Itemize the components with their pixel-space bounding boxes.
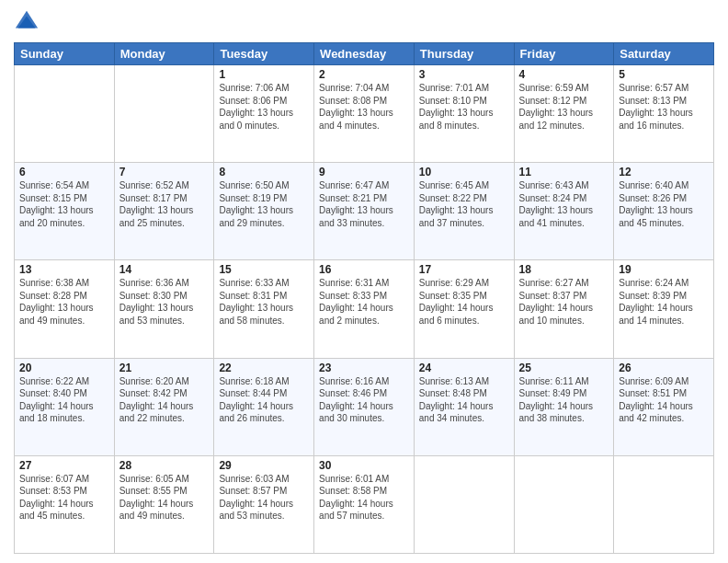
day-info: Sunrise: 6:11 AM Sunset: 8:49 PM Dayligh… (519, 375, 609, 425)
day-number: 30 (319, 459, 409, 472)
day-number: 7 (119, 166, 210, 178)
calendar-cell (15, 65, 115, 163)
calendar-cell: 4Sunrise: 6:59 AM Sunset: 8:12 PM Daylig… (514, 65, 614, 163)
day-info: Sunrise: 6:13 AM Sunset: 8:48 PM Dayligh… (419, 375, 509, 425)
logo-icon (14, 9, 40, 35)
calendar-header-thursday: Thursday (414, 43, 514, 65)
calendar-week-row: 13Sunrise: 6:38 AM Sunset: 8:28 PM Dayli… (15, 260, 714, 358)
calendar-cell: 11Sunrise: 6:43 AM Sunset: 8:24 PM Dayli… (514, 163, 614, 260)
calendar-cell: 15Sunrise: 6:33 AM Sunset: 8:31 PM Dayli… (214, 260, 314, 358)
day-number: 20 (19, 362, 109, 374)
day-number: 8 (219, 166, 309, 178)
calendar-cell: 2Sunrise: 7:04 AM Sunset: 8:08 PM Daylig… (314, 65, 415, 163)
calendar-cell: 25Sunrise: 6:11 AM Sunset: 8:49 PM Dayli… (514, 358, 614, 455)
calendar-cell: 24Sunrise: 6:13 AM Sunset: 8:48 PM Dayli… (414, 358, 514, 455)
day-info: Sunrise: 6:31 AM Sunset: 8:33 PM Dayligh… (319, 277, 409, 327)
day-info: Sunrise: 6:27 AM Sunset: 8:37 PM Dayligh… (519, 277, 609, 327)
day-info: Sunrise: 7:04 AM Sunset: 8:08 PM Dayligh… (319, 82, 409, 132)
calendar-cell: 16Sunrise: 6:31 AM Sunset: 8:33 PM Dayli… (314, 260, 415, 358)
day-number: 10 (419, 166, 509, 178)
day-number: 24 (419, 362, 509, 374)
day-info: Sunrise: 6:24 AM Sunset: 8:39 PM Dayligh… (619, 277, 709, 327)
day-info: Sunrise: 6:47 AM Sunset: 8:21 PM Dayligh… (319, 179, 409, 229)
day-number: 9 (319, 166, 409, 178)
day-info: Sunrise: 6:36 AM Sunset: 8:30 PM Dayligh… (119, 277, 210, 327)
day-info: Sunrise: 6:33 AM Sunset: 8:31 PM Dayligh… (219, 277, 309, 327)
calendar-header-monday: Monday (114, 43, 214, 65)
day-number: 1 (219, 68, 309, 81)
calendar-cell: 5Sunrise: 6:57 AM Sunset: 8:13 PM Daylig… (614, 65, 714, 163)
calendar-header-tuesday: Tuesday (214, 43, 314, 65)
day-info: Sunrise: 6:09 AM Sunset: 8:51 PM Dayligh… (619, 375, 709, 425)
day-number: 17 (419, 263, 509, 276)
calendar-cell: 29Sunrise: 6:03 AM Sunset: 8:57 PM Dayli… (214, 455, 314, 553)
day-number: 21 (119, 362, 210, 374)
day-info: Sunrise: 6:45 AM Sunset: 8:22 PM Dayligh… (419, 179, 509, 229)
calendar-cell: 27Sunrise: 6:07 AM Sunset: 8:53 PM Dayli… (15, 455, 115, 553)
day-info: Sunrise: 6:18 AM Sunset: 8:44 PM Dayligh… (219, 375, 309, 425)
day-info: Sunrise: 6:29 AM Sunset: 8:35 PM Dayligh… (419, 277, 509, 327)
calendar-cell: 1Sunrise: 7:06 AM Sunset: 8:06 PM Daylig… (214, 65, 314, 163)
day-number: 2 (319, 68, 409, 81)
calendar-cell: 26Sunrise: 6:09 AM Sunset: 8:51 PM Dayli… (614, 358, 714, 455)
calendar-cell: 14Sunrise: 6:36 AM Sunset: 8:30 PM Dayli… (114, 260, 214, 358)
calendar-cell: 23Sunrise: 6:16 AM Sunset: 8:46 PM Dayli… (314, 358, 415, 455)
calendar-cell: 21Sunrise: 6:20 AM Sunset: 8:42 PM Dayli… (114, 358, 214, 455)
calendar-cell: 12Sunrise: 6:40 AM Sunset: 8:26 PM Dayli… (614, 163, 714, 260)
day-info: Sunrise: 6:03 AM Sunset: 8:57 PM Dayligh… (219, 473, 309, 523)
header (14, 9, 714, 35)
day-info: Sunrise: 6:20 AM Sunset: 8:42 PM Dayligh… (119, 375, 210, 425)
calendar-cell: 22Sunrise: 6:18 AM Sunset: 8:44 PM Dayli… (214, 358, 314, 455)
day-info: Sunrise: 6:52 AM Sunset: 8:17 PM Dayligh… (119, 179, 210, 229)
page: SundayMondayTuesdayWednesdayThursdayFrid… (0, 0, 728, 563)
calendar-cell: 7Sunrise: 6:52 AM Sunset: 8:17 PM Daylig… (114, 163, 214, 260)
calendar-cell (514, 455, 614, 553)
day-info: Sunrise: 7:01 AM Sunset: 8:10 PM Dayligh… (419, 82, 509, 132)
day-number: 14 (119, 263, 210, 276)
day-number: 12 (619, 166, 709, 178)
day-number: 18 (519, 263, 609, 276)
day-info: Sunrise: 6:40 AM Sunset: 8:26 PM Dayligh… (619, 179, 709, 229)
calendar-cell: 13Sunrise: 6:38 AM Sunset: 8:28 PM Dayli… (15, 260, 115, 358)
day-info: Sunrise: 7:06 AM Sunset: 8:06 PM Dayligh… (219, 82, 309, 132)
day-info: Sunrise: 6:54 AM Sunset: 8:15 PM Dayligh… (19, 179, 109, 229)
day-info: Sunrise: 6:05 AM Sunset: 8:55 PM Dayligh… (119, 473, 210, 523)
logo (14, 9, 43, 35)
day-info: Sunrise: 6:57 AM Sunset: 8:13 PM Dayligh… (619, 82, 709, 132)
day-info: Sunrise: 6:38 AM Sunset: 8:28 PM Dayligh… (19, 277, 109, 327)
calendar-cell: 20Sunrise: 6:22 AM Sunset: 8:40 PM Dayli… (15, 358, 115, 455)
calendar-cell: 19Sunrise: 6:24 AM Sunset: 8:39 PM Dayli… (614, 260, 714, 358)
calendar-header-saturday: Saturday (614, 43, 714, 65)
day-number: 29 (219, 459, 309, 472)
calendar-header-row: SundayMondayTuesdayWednesdayThursdayFrid… (15, 43, 714, 65)
calendar-cell: 10Sunrise: 6:45 AM Sunset: 8:22 PM Dayli… (414, 163, 514, 260)
calendar-week-row: 27Sunrise: 6:07 AM Sunset: 8:53 PM Dayli… (15, 455, 714, 553)
day-number: 26 (619, 362, 709, 374)
calendar-header-sunday: Sunday (15, 43, 115, 65)
calendar-cell: 18Sunrise: 6:27 AM Sunset: 8:37 PM Dayli… (514, 260, 614, 358)
calendar-cell: 17Sunrise: 6:29 AM Sunset: 8:35 PM Dayli… (414, 260, 514, 358)
day-number: 19 (619, 263, 709, 276)
day-number: 22 (219, 362, 309, 374)
calendar-header-wednesday: Wednesday (314, 43, 415, 65)
day-number: 5 (619, 68, 709, 81)
day-number: 13 (19, 263, 109, 276)
day-number: 28 (119, 459, 210, 472)
day-info: Sunrise: 6:43 AM Sunset: 8:24 PM Dayligh… (519, 179, 609, 229)
day-number: 6 (19, 166, 109, 178)
calendar-cell: 6Sunrise: 6:54 AM Sunset: 8:15 PM Daylig… (15, 163, 115, 260)
calendar-cell: 3Sunrise: 7:01 AM Sunset: 8:10 PM Daylig… (414, 65, 514, 163)
calendar-week-row: 20Sunrise: 6:22 AM Sunset: 8:40 PM Dayli… (15, 358, 714, 455)
day-number: 25 (519, 362, 609, 374)
calendar-week-row: 6Sunrise: 6:54 AM Sunset: 8:15 PM Daylig… (15, 163, 714, 260)
day-info: Sunrise: 6:22 AM Sunset: 8:40 PM Dayligh… (19, 375, 109, 425)
calendar-cell: 8Sunrise: 6:50 AM Sunset: 8:19 PM Daylig… (214, 163, 314, 260)
day-info: Sunrise: 6:01 AM Sunset: 8:58 PM Dayligh… (319, 473, 409, 523)
day-number: 3 (419, 68, 509, 81)
day-number: 27 (19, 459, 109, 472)
day-info: Sunrise: 6:59 AM Sunset: 8:12 PM Dayligh… (519, 82, 609, 132)
calendar-cell: 28Sunrise: 6:05 AM Sunset: 8:55 PM Dayli… (114, 455, 214, 553)
day-number: 11 (519, 166, 609, 178)
calendar-cell: 9Sunrise: 6:47 AM Sunset: 8:21 PM Daylig… (314, 163, 415, 260)
day-number: 23 (319, 362, 409, 374)
